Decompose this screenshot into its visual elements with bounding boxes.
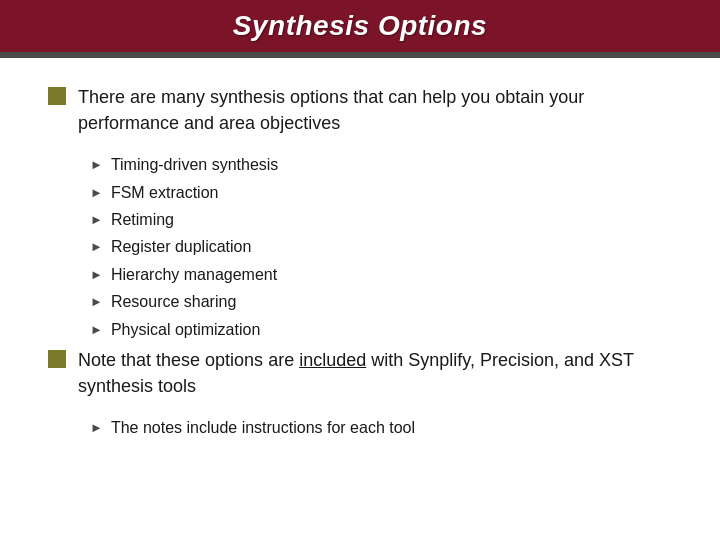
sub-item-label: The notes include instructions for each …	[111, 417, 415, 439]
slide-title: Synthesis Options	[233, 10, 487, 42]
note-section: Note that these options are included wit…	[48, 347, 672, 440]
sub-item-label: Timing-driven synthesis	[111, 154, 278, 176]
list-item: ► Retiming	[90, 209, 672, 231]
sub-item-label: Register duplication	[111, 236, 252, 258]
sub-item-label: FSM extraction	[111, 182, 219, 204]
header-bar: Synthesis Options	[0, 0, 720, 52]
arrow-icon: ►	[90, 267, 103, 282]
list-item: ► FSM extraction	[90, 182, 672, 204]
sub-bullets-2: ► The notes include instructions for eac…	[90, 417, 672, 439]
main-bullet-1: There are many synthesis options that ca…	[48, 84, 672, 136]
arrow-icon: ►	[90, 157, 103, 172]
sub-item-label: Hierarchy management	[111, 264, 277, 286]
slide: Synthesis Options There are many synthes…	[0, 0, 720, 540]
list-item: ► Physical optimization	[90, 319, 672, 341]
list-item: ► Register duplication	[90, 236, 672, 258]
bullet-icon-1	[48, 87, 66, 105]
arrow-icon: ►	[90, 185, 103, 200]
sub-item-label: Resource sharing	[111, 291, 236, 313]
sub-item-label: Retiming	[111, 209, 174, 231]
sub-bullets-1: ► Timing-driven synthesis ► FSM extracti…	[90, 154, 672, 341]
list-item: ► The notes include instructions for eac…	[90, 417, 672, 439]
arrow-icon: ►	[90, 239, 103, 254]
main-bullet-2-text: Note that these options are included wit…	[78, 347, 672, 399]
list-item: ► Timing-driven synthesis	[90, 154, 672, 176]
main-bullet-2: Note that these options are included wit…	[48, 347, 672, 399]
sub-item-label: Physical optimization	[111, 319, 260, 341]
arrow-icon: ►	[90, 212, 103, 227]
arrow-icon: ►	[90, 322, 103, 337]
bullet-icon-2	[48, 350, 66, 368]
list-item: ► Hierarchy management	[90, 264, 672, 286]
arrow-icon: ►	[90, 294, 103, 309]
arrow-icon: ►	[90, 420, 103, 435]
list-item: ► Resource sharing	[90, 291, 672, 313]
main-bullet-1-text: There are many synthesis options that ca…	[78, 84, 672, 136]
slide-content: There are many synthesis options that ca…	[0, 52, 720, 466]
